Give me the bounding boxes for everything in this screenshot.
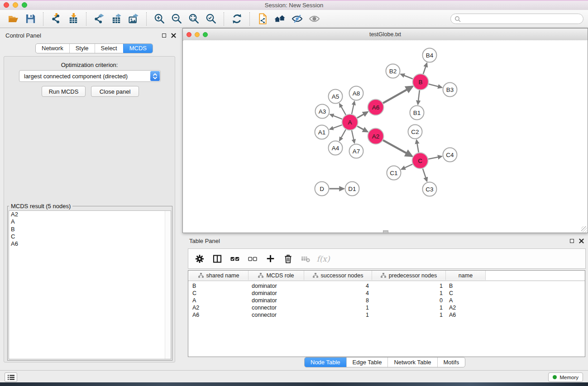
new-network-from-file-button[interactable]: [254, 11, 271, 27]
import-table-button[interactable]: [65, 11, 82, 27]
cell[interactable]: dominator: [249, 297, 304, 304]
show-columns-icon[interactable]: [212, 254, 222, 264]
tab-network[interactable]: Network: [36, 44, 69, 53]
table-row[interactable]: Bdominator41B: [188, 282, 585, 290]
cell[interactable]: dominator: [249, 282, 304, 290]
cell[interactable]: A2: [189, 304, 249, 311]
column-header-name[interactable]: name: [446, 271, 486, 280]
cell[interactable]: 1: [304, 311, 372, 319]
cell[interactable]: A: [189, 297, 249, 304]
result-list-item[interactable]: C: [9, 233, 171, 240]
import-network-button[interactable]: [48, 11, 65, 27]
run-mcds-button[interactable]: Run MCDS: [42, 86, 86, 97]
control-panel-close-icon[interactable]: [171, 33, 176, 38]
edge-A-A6[interactable]: [357, 112, 368, 118]
table-row[interactable]: Adominator80A: [188, 297, 585, 304]
cell[interactable]: 4: [304, 282, 372, 290]
result-list-item[interactable]: A6: [9, 240, 171, 248]
cell[interactable]: C: [446, 290, 486, 297]
table-row[interactable]: Cdominator41C: [188, 290, 585, 297]
hide-selected-button[interactable]: [288, 11, 306, 27]
cell[interactable]: 1: [372, 311, 446, 319]
edge-B-B4[interactable]: [423, 63, 427, 74]
column-header-successor-nodes[interactable]: successor nodes: [304, 271, 372, 280]
export-network-button[interactable]: [91, 11, 108, 27]
close-panel-button[interactable]: Close panel: [91, 86, 139, 97]
column-header-predecessor-nodes[interactable]: predecessor nodes: [372, 271, 446, 280]
save-session-button[interactable]: [22, 11, 39, 27]
deselect-all-icon[interactable]: [248, 254, 258, 264]
table-row[interactable]: A6connector11A6: [188, 311, 585, 319]
result-list-item[interactable]: B: [9, 226, 171, 233]
result-list-scrollbar[interactable]: [165, 211, 171, 359]
cell[interactable]: 1: [372, 304, 446, 311]
edge-B-B3[interactable]: [429, 84, 442, 88]
edge-C-C2[interactable]: [416, 140, 419, 152]
cell[interactable]: C: [189, 290, 249, 297]
edge-A-A8[interactable]: [352, 101, 354, 114]
criterion-dropdown[interactable]: largest connected component (directed): [19, 70, 161, 82]
export-table-button[interactable]: [108, 11, 125, 27]
network-canvas[interactable]: AA1A3A5A8A6A2A4A7BB2B4B3B1CC2C4C1C3DD1: [183, 40, 588, 233]
edge-C-C4[interactable]: [428, 157, 442, 159]
cell[interactable]: A: [446, 297, 486, 304]
zoom-selected-button[interactable]: [202, 11, 220, 27]
table-panel-close-icon[interactable]: [579, 238, 584, 243]
tab-style[interactable]: Style: [69, 44, 95, 53]
open-session-button[interactable]: [5, 11, 22, 27]
table-tab-network-table[interactable]: Network Table: [387, 357, 437, 367]
edge-A-A1[interactable]: [330, 125, 342, 129]
table-tab-edge-table[interactable]: Edge Table: [346, 357, 388, 367]
cell[interactable]: 1: [304, 304, 372, 311]
result-list-item[interactable]: A: [9, 218, 171, 225]
mcds-result-list[interactable]: A2ABCA6: [9, 210, 171, 359]
table-tab-node-table[interactable]: Node Table: [305, 357, 346, 367]
edge-A-A7[interactable]: [352, 130, 354, 143]
edge-A-A5[interactable]: [339, 104, 346, 115]
edge-A-A2[interactable]: [357, 126, 368, 132]
refresh-button[interactable]: [228, 11, 245, 27]
cell[interactable]: dominator: [249, 290, 304, 297]
cell[interactable]: B: [189, 282, 249, 290]
edge-A-A3[interactable]: [330, 114, 342, 119]
table-tab-motifs[interactable]: Motifs: [437, 357, 465, 367]
delete-column-icon[interactable]: [283, 254, 293, 264]
edge-A-A4[interactable]: [339, 129, 346, 141]
control-panel-float-icon[interactable]: [162, 33, 166, 38]
search-field[interactable]: [450, 14, 583, 24]
cell[interactable]: connector: [249, 311, 304, 319]
cell[interactable]: A6: [446, 311, 486, 319]
table-panel-float-icon[interactable]: [570, 239, 574, 243]
result-list-item[interactable]: A2: [9, 211, 171, 218]
network-resize-grip[interactable]: [581, 226, 587, 232]
zoom-in-button[interactable]: [151, 11, 168, 27]
zoom-out-button[interactable]: [168, 11, 185, 27]
memory-button[interactable]: Memory: [548, 372, 583, 382]
edge-B-B1[interactable]: [418, 90, 420, 104]
export-image-button[interactable]: [125, 11, 142, 27]
home-first-neighbors-button[interactable]: [271, 11, 288, 27]
cell[interactable]: A2: [446, 304, 486, 311]
cell[interactable]: connector: [249, 304, 304, 311]
edge-B-B2[interactable]: [401, 74, 413, 79]
tab-select[interactable]: Select: [95, 44, 123, 53]
zoom-fit-button[interactable]: [185, 11, 202, 27]
cell[interactable]: 1: [372, 282, 446, 290]
edge-A6-B[interactable]: [383, 86, 412, 103]
table-row[interactable]: A2connector11A2: [188, 304, 585, 311]
task-history-button[interactable]: [5, 372, 17, 382]
column-header-MCDS-role[interactable]: MCDS role: [249, 271, 304, 280]
cell[interactable]: B: [446, 282, 486, 290]
select-all-icon[interactable]: [230, 254, 240, 264]
network-hscroll-thumb[interactable]: [383, 230, 388, 234]
column-header-shared-name[interactable]: shared name: [189, 271, 249, 280]
cell[interactable]: 1: [372, 290, 446, 297]
edge-C-C3[interactable]: [423, 169, 427, 181]
table-options-gear-icon[interactable]: [195, 254, 205, 264]
show-all-button[interactable]: [306, 11, 323, 27]
search-input[interactable]: [463, 14, 580, 23]
cell[interactable]: 0: [372, 297, 446, 304]
cell[interactable]: 8: [304, 297, 372, 304]
cell[interactable]: 4: [304, 290, 372, 297]
cell[interactable]: A6: [189, 311, 249, 319]
